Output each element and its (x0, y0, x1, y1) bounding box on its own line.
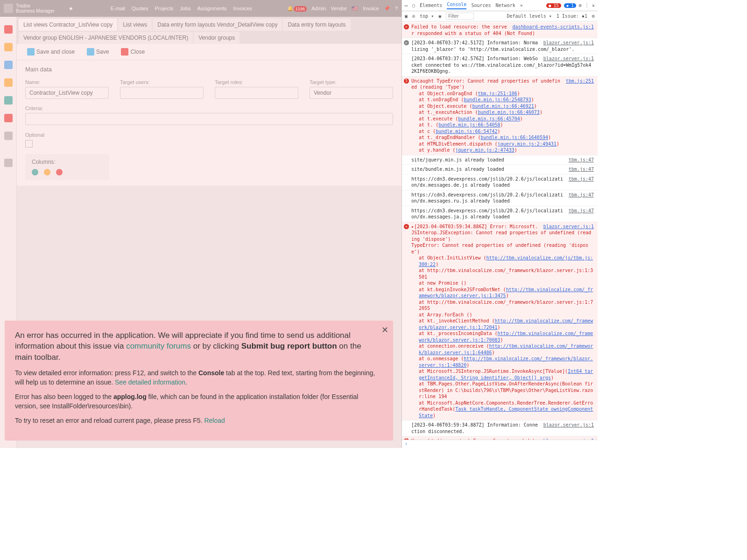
dt-menu-icon[interactable]: ⋮ (585, 3, 589, 8)
dt-close-icon[interactable]: ✕ (592, 3, 595, 8)
tab-4[interactable]: Vendor group ENGLISH - JAPANESE VENDORS … (19, 32, 193, 44)
sidebar-window-icon[interactable] (4, 61, 13, 69)
topnav-projects[interactable]: Projects (155, 6, 173, 11)
console-toolbar: ▣ ⊘ top ▾ ◉ Default levels ▾ 1 Issue: ▪1… (402, 11, 598, 21)
sidebar-collapse-icon[interactable] (4, 159, 13, 167)
sidebar-pie-icon[interactable] (4, 25, 13, 34)
console-log-list[interactable]: ✕dashboard-events-scripts.js:1Failed to … (402, 21, 598, 440)
console-sidebar-icon[interactable]: ▣ (405, 14, 408, 19)
console-eye-icon[interactable]: ◉ (438, 14, 441, 19)
tab-0[interactable]: List views Contractor_ListView copy (19, 19, 117, 31)
reload-link[interactable]: Reload (204, 417, 225, 424)
info-count-badge[interactable]: ▪ 1 (564, 3, 576, 8)
console-log-entry[interactable]: tbm.js:47site/jquery.min.js already load… (402, 155, 598, 165)
topnav: E-mail Quotes Projects Jobs Assignments … (111, 6, 252, 11)
dt-tab-console[interactable]: Console (447, 2, 466, 9)
error-close-button[interactable]: ✕ (381, 324, 388, 336)
device-icon[interactable]: ▢ (412, 3, 415, 8)
logo-icon (4, 4, 13, 13)
name-input[interactable] (25, 87, 109, 99)
console-log-entry[interactable]: tbm.js:47https://cdn3.devexpress.com/jsl… (402, 190, 598, 206)
optional-checkbox[interactable] (25, 140, 33, 147)
name-label: Name: (25, 79, 109, 85)
type-input[interactable] (310, 87, 393, 99)
pin-icon[interactable]: 📌 (384, 6, 390, 12)
devtools-tabs: ▭ ▢ Elements Console Sources Network » ●… (402, 0, 598, 11)
criteria-input[interactable] (25, 113, 393, 125)
vendor-link[interactable]: Vendor (331, 6, 347, 11)
invoice-link[interactable]: Invoice (363, 6, 379, 11)
add-column-icon[interactable] (32, 169, 38, 175)
optional-label: Optional (25, 132, 44, 138)
console-log-entry[interactable]: tbm.js:47https://cdn3.devexpress.com/jsl… (402, 206, 598, 222)
bell-icon[interactable]: 🔔1196 (287, 6, 307, 12)
page-toolbar: Save and close Save Close (17, 44, 402, 60)
console-log-entry[interactable]: ▸blazor.server.js:1[2023-04-06T03:37:42.… (402, 38, 598, 54)
topnav-invoices[interactable]: Invoices (233, 6, 252, 11)
devtools-panel: ▭ ▢ Elements Console Sources Network » ●… (402, 0, 598, 448)
sidebar-clipboard-icon[interactable] (4, 78, 13, 87)
tab-5[interactable]: Vendor groups (194, 32, 240, 44)
topnav-quotes[interactable]: Quotes (132, 6, 148, 11)
users-input[interactable] (120, 87, 204, 99)
error-count-badge[interactable]: ● 15 (546, 3, 561, 8)
community-forums-link[interactable]: community forums (126, 342, 191, 350)
delete-column-icon[interactable] (56, 169, 63, 175)
console-log-entry[interactable]: tbm.js:47https://cdn3.devexpress.com/jsl… (402, 175, 598, 190)
dt-tab-sources[interactable]: Sources (471, 3, 491, 8)
dt-settings-icon[interactable]: ⚙ (579, 3, 582, 8)
console-log-entry[interactable]: tbm.js:47site/bundle.min.js already load… (402, 165, 598, 175)
tab-3[interactable]: Data entry form layouts (283, 19, 350, 31)
topbar: Trados Business Manager ★ E-mail Quotes … (0, 0, 402, 17)
tab-1[interactable]: List views (118, 19, 152, 31)
help-icon[interactable]: ? (395, 6, 398, 11)
console-levels-select[interactable]: Default levels ▾ (507, 14, 551, 19)
inspect-icon[interactable]: ▭ (405, 3, 408, 8)
sidebar-clock-icon[interactable] (4, 114, 13, 122)
console-filter-input[interactable] (446, 13, 474, 20)
console-log-entry[interactable]: 5tbm.js:251Uncaught TypeError: Cannot re… (402, 77, 598, 155)
section-title: Main data (25, 66, 393, 73)
console-prompt[interactable]: › (402, 440, 598, 448)
flag-icon[interactable]: 🇺🇸 (352, 6, 358, 12)
criteria-label: Criteria: (25, 105, 393, 111)
console-log-entry[interactable]: blazor.server.js:1[2023-04-06T03:37:42.5… (402, 54, 598, 77)
console-log-entry[interactable]: blazor.server.js:1[2023-04-06T03:59:34.8… (402, 420, 598, 436)
close-button[interactable]: Close (117, 47, 148, 57)
save-close-icon (27, 48, 35, 56)
bell-badge: 1196 (294, 6, 307, 12)
dt-tab-network[interactable]: Network (496, 3, 515, 8)
sidebar-shield-icon[interactable] (4, 96, 13, 105)
save-button[interactable]: Save (83, 47, 113, 57)
edit-column-icon[interactable] (44, 169, 50, 175)
console-log-entry[interactable]: 6blazor.server.js:1Uncaught (in promise)… (402, 436, 598, 440)
console-log-entry[interactable]: ✕blazor.server.js:1▸[2023-04-06T03:59:34… (402, 222, 598, 421)
error-banner: ✕ An error has occurred in the applicati… (5, 321, 393, 441)
admin-link[interactable]: Admin (311, 6, 326, 11)
console-log-entry[interactable]: ✕dashboard-events-scripts.js:1Failed to … (402, 22, 598, 38)
console-issues[interactable]: 1 Issue: ▪1 (557, 14, 587, 19)
topnav-email[interactable]: E-mail (111, 6, 125, 11)
star-icon[interactable]: ★ (69, 6, 73, 12)
form-area: Main data Name: Target users: Target rol… (17, 60, 402, 186)
tab-2[interactable]: Data entry form layouts Vendor_DetailVie… (153, 19, 282, 31)
document-tabs: List views Contractor_ListView copy List… (0, 17, 402, 44)
app-name-2: Business Manager (16, 8, 55, 14)
dt-tab-elements[interactable]: Elements (420, 3, 442, 8)
sidebar-gear-icon[interactable] (4, 132, 13, 140)
console-gear-icon[interactable]: ⚙ (592, 14, 595, 19)
save-icon (87, 48, 94, 56)
sidebar-user-icon[interactable] (4, 43, 13, 51)
columns-panel: Columns: (25, 154, 109, 180)
roles-input[interactable] (215, 87, 298, 99)
dt-tab-more[interactable]: » (520, 3, 523, 8)
console-top-select[interactable]: top ▾ (420, 14, 434, 19)
see-detailed-link[interactable]: See detailed information (115, 378, 185, 386)
app-logo: Trados Business Manager (4, 3, 55, 14)
type-label: Target type: (310, 79, 393, 85)
app-name-1: Trados (16, 3, 55, 8)
save-close-button[interactable]: Save and close (23, 47, 78, 57)
topnav-assignments[interactable]: Assignments (197, 6, 226, 11)
console-clear-icon[interactable]: ⊘ (412, 14, 415, 19)
topnav-jobs[interactable]: Jobs (180, 6, 190, 11)
